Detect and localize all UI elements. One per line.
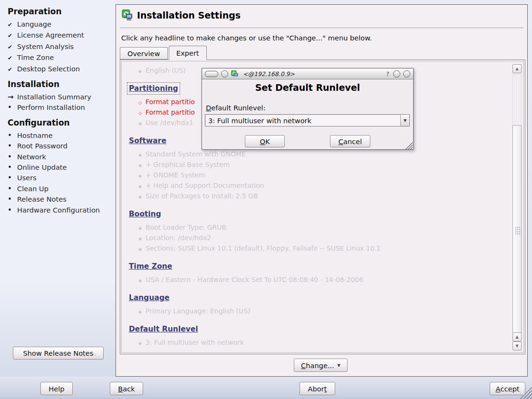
scroll-down-icon: ▼ xyxy=(515,344,518,348)
check-icon: ✔ xyxy=(8,53,17,63)
scroll-up-button-bottom[interactable]: ▲ xyxy=(513,332,522,341)
summary-item-text: Primary Language: English (US) xyxy=(145,306,250,316)
bullet-icon: • xyxy=(8,163,17,173)
sidebar-item-language[interactable]: ✔Language xyxy=(8,19,116,30)
dialog-window-title: <@192.168.0.9> xyxy=(243,70,295,78)
scroll-up-button[interactable]: ▲ xyxy=(513,64,522,73)
tab-overview[interactable]: Overview xyxy=(120,47,168,59)
wizard-steps-sidebar: Preparation✔Language✔License Agreement✔S… xyxy=(0,0,116,377)
sidebar-item-label: Clean Up xyxy=(17,184,48,194)
window-help-button[interactable]: ? xyxy=(385,70,390,78)
bullet-icon: • xyxy=(8,184,17,194)
sidebar-item-online-update[interactable]: •Online Update xyxy=(8,162,116,173)
sidebar-item-label: Root Password xyxy=(17,141,68,151)
combobox-arrow-button[interactable]: ▼ xyxy=(400,115,409,126)
sidebar-item-label: Language xyxy=(17,19,51,29)
diamond-icon: ◆ xyxy=(138,338,142,348)
bullet-icon: • xyxy=(8,205,17,215)
accept-button[interactable]: Accept xyxy=(490,382,525,395)
scroll-up-icon: ▲ xyxy=(515,67,518,71)
diamond-icon: ◆ xyxy=(138,234,142,243)
window-shade-button[interactable] xyxy=(221,70,228,78)
sidebar-item-clean-up[interactable]: •Clean Up xyxy=(8,184,116,194)
window-menu-button[interactable] xyxy=(205,71,218,77)
sidebar-item-time-zone[interactable]: ✔Time Zone xyxy=(8,52,116,63)
sidebar-item-label: Perform Installation xyxy=(17,102,85,112)
ok-button[interactable]: OK xyxy=(245,135,285,147)
panel-header: Installation Settings xyxy=(122,10,241,20)
scroll-down-button[interactable]: ▼ xyxy=(513,341,522,350)
headline-language[interactable]: Language xyxy=(129,293,170,302)
bullet-icon: • xyxy=(8,152,17,162)
diamond-icon: ◆ xyxy=(138,118,142,128)
sidebar-item-installation-summary[interactable]: →Installation Summary xyxy=(8,92,116,102)
dialog-titlebar[interactable]: <@192.168.0.9> ? xyxy=(202,68,413,79)
sidebar-item-root-password[interactable]: •Root Password xyxy=(8,141,116,151)
window-maximize-button[interactable] xyxy=(393,70,400,78)
summary-item-text: Format partitio xyxy=(145,107,195,117)
bullet-icon: • xyxy=(8,195,17,204)
headline-booting[interactable]: Booting xyxy=(129,210,161,218)
sidebar-section-preparation: Preparation✔Language✔License Agreement✔S… xyxy=(8,7,116,75)
back-button[interactable]: Back xyxy=(110,382,143,395)
summary-item: ◆+ Help and Support Documentation xyxy=(138,181,510,191)
sidebar-item-hardware-configuration[interactable]: •Hardware Configuration xyxy=(8,205,116,215)
diamond-outline-icon: ◇ xyxy=(138,108,142,118)
vertical-scrollbar[interactable]: ▲ ▲ ▼ xyxy=(513,64,522,350)
sidebar-item-label: Release Notes xyxy=(17,194,67,204)
check-icon: ✔ xyxy=(8,42,17,52)
sidebar-item-network[interactable]: •Network xyxy=(8,152,116,162)
tab-expert[interactable]: Expert xyxy=(169,46,207,60)
change-menu-button[interactable]: Change... ▼ xyxy=(294,359,348,372)
check-icon: ✔ xyxy=(8,20,17,30)
summary-item: ◆Boot Loader Type: GRUB xyxy=(138,223,510,233)
runlevel-field-label: Default Runlevel: xyxy=(206,104,266,112)
bullet-icon: • xyxy=(8,141,17,151)
summary-item: ◆+ Graphical Base System xyxy=(138,160,510,170)
summary-item: ◆Primary Language: English (US) xyxy=(138,306,510,317)
dialog-resize-grip[interactable] xyxy=(405,141,413,149)
check-icon: ✔ xyxy=(8,31,17,41)
sidebar-item-users[interactable]: •Users xyxy=(8,173,116,183)
cancel-button[interactable]: Cancel xyxy=(330,135,370,147)
sidebar-item-perform-installation[interactable]: •Perform Installation xyxy=(8,102,116,113)
runlevel-combobox[interactable]: 3: Full multiuser with network ▼ xyxy=(205,114,410,127)
bullet-icon: • xyxy=(8,173,17,183)
headline-default-runlevel[interactable]: Default Runlevel xyxy=(129,325,198,333)
sidebar-item-desktop-selection[interactable]: ✔Desktop Selection xyxy=(8,64,116,75)
diamond-icon: ◆ xyxy=(138,307,142,317)
sidebar-item-label: Time Zone xyxy=(17,52,54,62)
sidebar-item-license-agreement[interactable]: ✔License Agreement xyxy=(8,30,116,41)
sidebar-item-hostname[interactable]: •Hostname xyxy=(8,130,116,141)
headline-partitioning[interactable]: Partitioning xyxy=(129,84,178,93)
wizard-button-bar xyxy=(0,377,532,399)
summary-item-text: Use /dev/hda1 xyxy=(145,118,193,128)
headline-time-zone[interactable]: Time Zone xyxy=(129,262,172,271)
sidebar-item-system-analysis[interactable]: ✔System Analysis xyxy=(8,41,116,52)
summary-item-text: Location: /dev/hda2 xyxy=(145,233,211,243)
check-icon: ✔ xyxy=(8,65,17,75)
abort-button[interactable]: Abort xyxy=(300,382,335,395)
summary-item: ◆USA / Eastern - Hardware Clock Set To U… xyxy=(138,275,510,285)
bullet-icon: • xyxy=(8,131,17,141)
yast-icon xyxy=(122,10,133,20)
diamond-icon: ◆ xyxy=(138,275,142,285)
chevron-down-icon: ▼ xyxy=(404,118,406,123)
tab-bar: Overview Expert xyxy=(120,46,207,59)
sidebar-item-label: License Agreement xyxy=(17,30,84,40)
summary-item: ◆3: Full multiuser with network xyxy=(138,338,510,348)
yast-icon xyxy=(231,70,238,78)
scroll-up-icon: ▲ xyxy=(515,335,518,339)
sidebar-item-release-notes[interactable]: •Release Notes xyxy=(8,194,116,204)
sidebar-item-label: Desktop Selection xyxy=(17,64,80,74)
sidebar-item-label: Users xyxy=(17,173,37,183)
scrollbar-thumb[interactable] xyxy=(513,125,522,336)
help-button[interactable]: Help xyxy=(40,382,73,395)
summary-item-text: Size of Packages to Install: 2.5 GB xyxy=(145,191,258,201)
headline-software[interactable]: Software xyxy=(129,136,166,145)
summary-item-text: English (US) xyxy=(145,66,185,76)
sidebar-item-label: Hardware Configuration xyxy=(17,205,100,215)
show-release-notes-button[interactable]: Show Release Notes xyxy=(13,347,104,360)
summary-item: ◆Sections: SUSE Linux 10.1 (default), Fl… xyxy=(138,243,510,254)
window-close-button[interactable] xyxy=(403,70,410,78)
